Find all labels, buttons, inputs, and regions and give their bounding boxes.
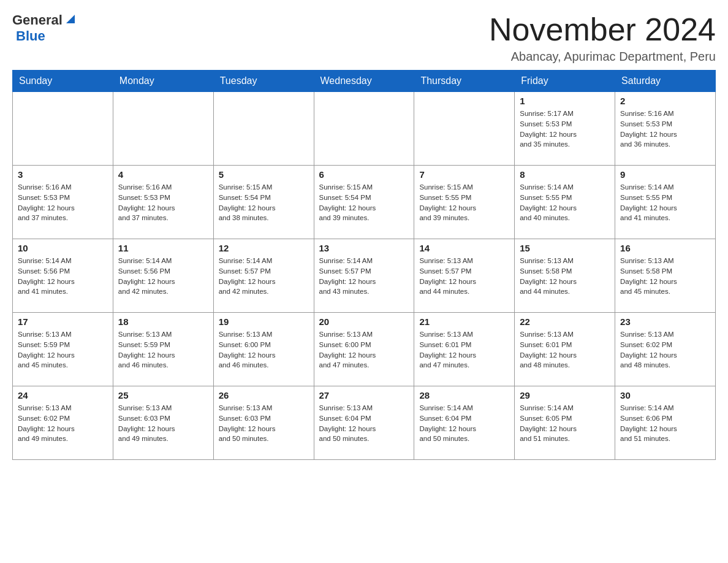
col-header-sunday: Sunday [13,71,113,92]
day-number: 28 [419,390,509,400]
col-header-monday: Monday [113,71,213,92]
calendar-cell: 20Sunrise: 5:13 AMSunset: 6:00 PMDayligh… [314,313,414,386]
day-number: 14 [419,243,509,253]
day-number: 7 [419,169,509,180]
day-number: 16 [620,243,710,253]
calendar-cell: 14Sunrise: 5:13 AMSunset: 5:57 PMDayligh… [414,239,515,313]
day-number: 26 [219,390,309,400]
day-number: 20 [319,316,409,327]
day-info: Sunrise: 5:14 AMSunset: 5:56 PMDaylight:… [18,256,108,297]
day-number: 19 [219,316,309,327]
col-header-friday: Friday [515,71,615,92]
logo-general-text: General [12,12,63,28]
day-info: Sunrise: 5:13 AMSunset: 6:02 PMDaylight:… [620,329,710,370]
calendar-cell: 16Sunrise: 5:13 AMSunset: 5:58 PMDayligh… [615,239,716,313]
calendar-cell: 21Sunrise: 5:13 AMSunset: 6:01 PMDayligh… [414,313,515,386]
col-header-saturday: Saturday [615,71,716,92]
calendar-week-row: 24Sunrise: 5:13 AMSunset: 6:02 PMDayligh… [13,386,716,460]
calendar-cell: 15Sunrise: 5:13 AMSunset: 5:58 PMDayligh… [515,239,615,313]
calendar-title: November 2024 [489,12,716,47]
day-info: Sunrise: 5:14 AMSunset: 6:04 PMDaylight:… [419,403,509,444]
day-info: Sunrise: 5:13 AMSunset: 6:01 PMDaylight:… [520,329,610,370]
calendar-cell: 12Sunrise: 5:14 AMSunset: 5:57 PMDayligh… [213,239,314,313]
day-info: Sunrise: 5:13 AMSunset: 6:03 PMDaylight:… [118,403,208,444]
calendar-cell: 9Sunrise: 5:14 AMSunset: 5:55 PMDaylight… [615,166,716,239]
calendar-cell: 26Sunrise: 5:13 AMSunset: 6:03 PMDayligh… [213,386,314,460]
svg-marker-0 [66,15,75,23]
day-info: Sunrise: 5:17 AMSunset: 5:53 PMDaylight:… [520,109,610,150]
calendar-cell: 5Sunrise: 5:15 AMSunset: 5:54 PMDaylight… [213,166,314,239]
day-info: Sunrise: 5:15 AMSunset: 5:54 PMDaylight:… [219,182,309,223]
calendar-week-row: 1Sunrise: 5:17 AMSunset: 5:53 PMDaylight… [13,92,716,166]
day-info: Sunrise: 5:13 AMSunset: 5:58 PMDaylight:… [520,256,610,297]
day-info: Sunrise: 5:16 AMSunset: 5:53 PMDaylight:… [18,182,108,223]
day-info: Sunrise: 5:15 AMSunset: 5:54 PMDaylight:… [319,182,409,223]
calendar-week-row: 17Sunrise: 5:13 AMSunset: 5:59 PMDayligh… [13,313,716,386]
day-number: 23 [620,316,710,327]
day-number: 10 [18,243,108,253]
calendar-cell: 8Sunrise: 5:14 AMSunset: 5:55 PMDaylight… [515,166,615,239]
calendar-cell [414,92,515,166]
day-info: Sunrise: 5:14 AMSunset: 5:56 PMDaylight:… [118,256,208,297]
calendar-cell: 22Sunrise: 5:13 AMSunset: 6:01 PMDayligh… [515,313,615,386]
day-number: 27 [319,390,409,400]
calendar-cell: 23Sunrise: 5:13 AMSunset: 6:02 PMDayligh… [615,313,716,386]
calendar-cell: 28Sunrise: 5:14 AMSunset: 6:04 PMDayligh… [414,386,515,460]
calendar-body: 1Sunrise: 5:17 AMSunset: 5:53 PMDaylight… [13,92,716,460]
day-info: Sunrise: 5:14 AMSunset: 5:55 PMDaylight:… [620,182,710,223]
day-number: 1 [520,96,610,106]
day-info: Sunrise: 5:13 AMSunset: 6:03 PMDaylight:… [219,403,309,444]
day-info: Sunrise: 5:13 AMSunset: 6:00 PMDaylight:… [219,329,309,370]
day-info: Sunrise: 5:14 AMSunset: 6:05 PMDaylight:… [520,403,610,444]
logo-blue-text: Blue [16,28,45,44]
calendar-cell: 7Sunrise: 5:15 AMSunset: 5:55 PMDaylight… [414,166,515,239]
day-number: 9 [620,169,710,180]
col-header-thursday: Thursday [414,71,515,92]
logo: General Blue [12,12,77,44]
day-info: Sunrise: 5:13 AMSunset: 5:59 PMDaylight:… [118,329,208,370]
calendar-cell: 3Sunrise: 5:16 AMSunset: 5:53 PMDaylight… [13,166,113,239]
calendar-cell: 19Sunrise: 5:13 AMSunset: 6:00 PMDayligh… [213,313,314,386]
day-info: Sunrise: 5:13 AMSunset: 5:58 PMDaylight:… [620,256,710,297]
calendar-cell [314,92,414,166]
calendar-cell: 18Sunrise: 5:13 AMSunset: 5:59 PMDayligh… [113,313,213,386]
calendar-header-row: Sunday Monday Tuesday Wednesday Thursday… [13,71,716,92]
calendar-cell: 1Sunrise: 5:17 AMSunset: 5:53 PMDaylight… [515,92,615,166]
calendar-cell: 4Sunrise: 5:16 AMSunset: 5:53 PMDaylight… [113,166,213,239]
calendar-cell: 29Sunrise: 5:14 AMSunset: 6:05 PMDayligh… [515,386,615,460]
day-info: Sunrise: 5:13 AMSunset: 5:57 PMDaylight:… [419,256,509,297]
day-number: 15 [520,243,610,253]
day-info: Sunrise: 5:14 AMSunset: 5:55 PMDaylight:… [520,182,610,223]
day-info: Sunrise: 5:13 AMSunset: 6:00 PMDaylight:… [319,329,409,370]
calendar-cell: 13Sunrise: 5:14 AMSunset: 5:57 PMDayligh… [314,239,414,313]
day-number: 30 [620,390,710,400]
col-header-tuesday: Tuesday [213,71,314,92]
day-info: Sunrise: 5:16 AMSunset: 5:53 PMDaylight:… [620,109,710,150]
day-number: 21 [419,316,509,327]
calendar-cell: 24Sunrise: 5:13 AMSunset: 6:02 PMDayligh… [13,386,113,460]
calendar-week-row: 10Sunrise: 5:14 AMSunset: 5:56 PMDayligh… [13,239,716,313]
day-number: 24 [18,390,108,400]
day-number: 22 [520,316,610,327]
day-number: 18 [118,316,208,327]
day-number: 5 [219,169,309,180]
day-number: 3 [18,169,108,180]
day-info: Sunrise: 5:15 AMSunset: 5:55 PMDaylight:… [419,182,509,223]
calendar-cell: 25Sunrise: 5:13 AMSunset: 6:03 PMDayligh… [113,386,213,460]
calendar-week-row: 3Sunrise: 5:16 AMSunset: 5:53 PMDaylight… [13,166,716,239]
calendar-cell: 30Sunrise: 5:14 AMSunset: 6:06 PMDayligh… [615,386,716,460]
page-header: General Blue November 2024 Abancay, Apur… [12,12,716,64]
day-number: 17 [18,316,108,327]
day-info: Sunrise: 5:13 AMSunset: 6:02 PMDaylight:… [18,403,108,444]
day-number: 8 [520,169,610,180]
day-info: Sunrise: 5:13 AMSunset: 6:04 PMDaylight:… [319,403,409,444]
day-info: Sunrise: 5:14 AMSunset: 6:06 PMDaylight:… [620,403,710,444]
day-info: Sunrise: 5:14 AMSunset: 5:57 PMDaylight:… [219,256,309,297]
calendar-cell [13,92,113,166]
title-block: November 2024 Abancay, Apurimac Departme… [489,12,716,64]
day-number: 25 [118,390,208,400]
calendar-cell: 6Sunrise: 5:15 AMSunset: 5:54 PMDaylight… [314,166,414,239]
calendar-cell: 11Sunrise: 5:14 AMSunset: 5:56 PMDayligh… [113,239,213,313]
day-info: Sunrise: 5:13 AMSunset: 6:01 PMDaylight:… [419,329,509,370]
day-number: 13 [319,243,409,253]
